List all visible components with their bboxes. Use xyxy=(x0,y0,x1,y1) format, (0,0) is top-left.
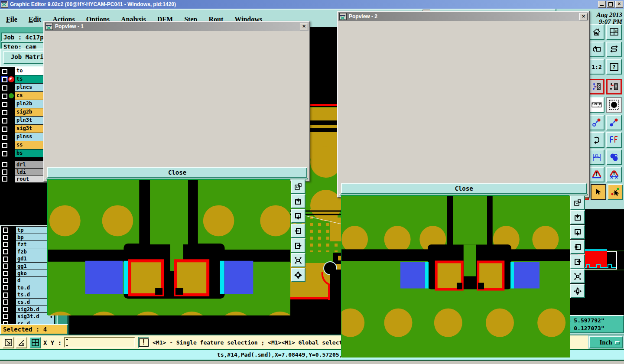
layer-checkbox[interactable] xyxy=(1,117,8,124)
select-arrow-icon[interactable] xyxy=(591,184,606,200)
layer-checkbox[interactable] xyxy=(2,292,9,298)
clock: Aug 2013 9:07 PM xyxy=(596,11,622,25)
popout-icon[interactable] xyxy=(570,195,585,210)
menu-item-edit[interactable]: Edit xyxy=(29,16,41,23)
mirror-icon[interactable] xyxy=(606,132,622,148)
zoom-fit-out-icon[interactable] xyxy=(291,268,306,282)
rotate-cw-icon[interactable] xyxy=(589,132,604,148)
pan-down-icon[interactable] xyxy=(291,209,306,223)
popview-1-titlebar[interactable]: Popview - 1 × xyxy=(45,22,309,31)
layer-row-gg1[interactable]: gg1 xyxy=(1,262,54,270)
pan-left-icon[interactable] xyxy=(570,240,585,254)
layer-checkbox[interactable] xyxy=(1,68,8,74)
layer-row-sig3t.d[interactable]: sig3t.d◄ xyxy=(1,312,54,320)
popout-icon[interactable] xyxy=(291,179,306,194)
layer-checkbox[interactable] xyxy=(2,299,9,305)
layer-row-d[interactable]: d xyxy=(1,276,54,284)
help-button[interactable]: ? xyxy=(606,59,622,75)
close-button[interactable]: × xyxy=(615,1,623,8)
measure-p2p-2-icon[interactable] xyxy=(606,115,622,130)
layer-checkbox[interactable] xyxy=(2,277,9,283)
step-path-icon[interactable] xyxy=(606,42,622,57)
zoom-fit-out-icon[interactable] xyxy=(570,284,585,298)
layer-checkbox[interactable] xyxy=(1,169,8,175)
xy-input[interactable] xyxy=(64,337,135,348)
layer-row-sig2b.d[interactable]: sig2b.d xyxy=(1,306,54,313)
layer-row-tp[interactable]: tp xyxy=(1,226,54,234)
layer-checkbox[interactable] xyxy=(2,234,9,240)
popview-2-close-icon[interactable]: × xyxy=(579,13,588,20)
popview-1-close-button[interactable]: Close xyxy=(47,167,307,178)
layer-checkbox[interactable] xyxy=(1,93,8,99)
layer-checkbox[interactable] xyxy=(1,176,8,182)
layer-checkbox[interactable] xyxy=(1,150,8,156)
alert-button[interactable]: ! xyxy=(138,337,150,348)
layer-checkbox[interactable] xyxy=(1,161,8,167)
tile-windows-icon[interactable] xyxy=(29,337,41,348)
popview-2-viewport[interactable] xyxy=(341,195,569,357)
popview-2-titlebar[interactable]: Popview - 2 × xyxy=(338,12,588,21)
zoom-fit-in-icon[interactable] xyxy=(291,253,306,267)
layer-checkbox[interactable] xyxy=(2,284,9,290)
layer-row-to.d[interactable]: to.d xyxy=(1,284,54,291)
layer-checkbox[interactable] xyxy=(2,227,9,233)
layer-checkbox[interactable] xyxy=(2,263,9,269)
layer-row-fzt[interactable]: fzt xyxy=(1,240,54,248)
layer-row-ts.d[interactable]: ts.d xyxy=(1,291,54,298)
layer-row-gd1[interactable]: gd1 xyxy=(1,255,54,262)
layer-checkbox[interactable] xyxy=(1,142,8,148)
restore-button[interactable] xyxy=(607,1,614,8)
pan-up-icon[interactable] xyxy=(570,210,585,224)
pan-corner-icon[interactable] xyxy=(3,337,14,348)
text-up-icon[interactable] xyxy=(589,167,604,182)
layer-checkbox[interactable] xyxy=(2,256,9,262)
layer-checkbox[interactable] xyxy=(1,84,8,91)
popview-1-close-icon[interactable]: × xyxy=(300,23,308,30)
layer-checkbox[interactable] xyxy=(1,126,8,132)
undo-zoom-icon[interactable] xyxy=(589,42,604,57)
layer-checkbox[interactable] xyxy=(1,109,8,115)
net-highlight-2-icon[interactable] xyxy=(606,79,622,94)
layer-checkbox[interactable] xyxy=(1,101,8,107)
select-net-icon[interactable] xyxy=(608,184,623,200)
window-title: Graphic Editor 9.02c2 (00@HY-HYCAM-PC041… xyxy=(10,1,176,7)
layer-checkbox[interactable] xyxy=(1,76,8,82)
layer-checkbox[interactable] xyxy=(2,306,9,312)
pan-right-icon[interactable] xyxy=(291,238,306,253)
title-bar[interactable]: Graphic Editor 9.02c2 (00@HY-HYCAM-PC041… xyxy=(0,0,624,9)
copy-shapes-icon[interactable] xyxy=(606,150,622,165)
layer-checkbox[interactable] xyxy=(2,241,9,247)
layer-row-cs.d[interactable]: cs.d◄ xyxy=(1,298,54,306)
pan-up-icon[interactable] xyxy=(291,194,306,208)
layer-icon-slot xyxy=(9,234,16,240)
layer-row-gko[interactable]: gko xyxy=(1,270,54,277)
dimension-icon[interactable] xyxy=(589,150,604,165)
popview-1-window[interactable]: Popview - 1 × xyxy=(43,21,310,182)
zoom-fit-in-icon[interactable] xyxy=(570,269,585,283)
home-icon[interactable] xyxy=(589,24,604,40)
net-highlight-icon[interactable] xyxy=(589,79,604,94)
scale-1-2-button[interactable]: 1:2 xyxy=(589,59,604,75)
views-xy-icon[interactable]: xy xyxy=(606,24,622,40)
popview-2-window[interactable]: Popview - 2 × xyxy=(337,11,590,198)
spot-mode-icon[interactable] xyxy=(606,97,622,113)
snap-angle-icon[interactable] xyxy=(16,337,27,348)
layer-row-fzb[interactable]: fzb xyxy=(1,248,54,255)
ruler-icon[interactable] xyxy=(589,97,604,113)
pan-left-icon[interactable] xyxy=(291,224,306,238)
layer-checkbox[interactable] xyxy=(2,248,9,254)
layer-checkbox[interactable] xyxy=(2,270,9,276)
layer-checkbox[interactable] xyxy=(2,313,9,319)
minimize-button[interactable] xyxy=(598,1,606,8)
units-dropdown[interactable]: Inch xyxy=(589,336,623,348)
pan-right-icon[interactable] xyxy=(570,254,585,269)
text-strike-icon[interactable] xyxy=(606,167,622,182)
menu-item-file[interactable]: File xyxy=(6,16,17,23)
popview-2-close-button[interactable]: Close xyxy=(341,183,587,194)
pan-down-icon[interactable] xyxy=(570,225,585,239)
popview-1-title: Popview - 1 xyxy=(55,23,84,29)
popview-1-viewport[interactable] xyxy=(47,179,290,315)
layer-checkbox[interactable] xyxy=(1,134,8,140)
measure-p2p-icon[interactable] xyxy=(589,115,604,130)
layer-row-bp[interactable]: bp xyxy=(1,234,54,241)
